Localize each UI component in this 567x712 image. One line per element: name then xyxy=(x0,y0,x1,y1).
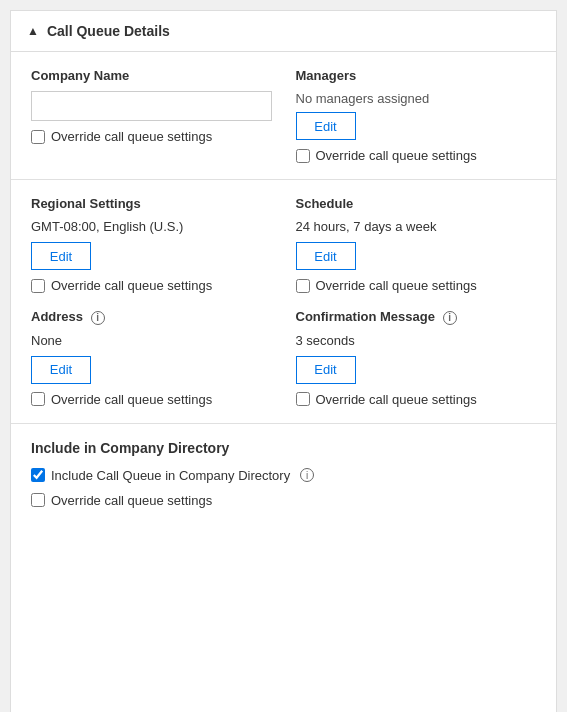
address-edit-button[interactable]: Edit xyxy=(31,356,91,384)
company-name-group: Company Name Override call queue setting… xyxy=(31,68,272,163)
schedule-value: 24 hours, 7 days a week xyxy=(296,219,537,234)
regional-override-row: Override call queue settings xyxy=(31,278,272,293)
company-managers-section: Company Name Override call queue setting… xyxy=(11,52,556,180)
confirmation-edit-button[interactable]: Edit xyxy=(296,356,356,384)
collapse-chevron[interactable]: ▲ xyxy=(27,24,39,38)
managers-override-checkbox[interactable] xyxy=(296,149,310,163)
address-override-label: Override call queue settings xyxy=(51,392,212,407)
address-override-checkbox[interactable] xyxy=(31,392,45,406)
regional-edit-button[interactable]: Edit xyxy=(31,242,91,270)
managers-override-label: Override call queue settings xyxy=(316,148,477,163)
directory-section: Include in Company Directory Include Cal… xyxy=(11,424,556,524)
regional-group: Regional Settings GMT-08:00, English (U.… xyxy=(31,196,272,293)
schedule-group: Schedule 24 hours, 7 days a week Edit Ov… xyxy=(296,196,537,293)
managers-edit-button[interactable]: Edit xyxy=(296,112,356,140)
company-override-label: Override call queue settings xyxy=(51,129,212,144)
directory-include-checkbox[interactable] xyxy=(31,468,45,482)
confirmation-group: Confirmation Message i 3 seconds Edit Ov… xyxy=(296,309,537,407)
directory-override-row: Override call queue settings xyxy=(31,493,536,508)
schedule-label: Schedule xyxy=(296,196,537,211)
address-override-row: Override call queue settings xyxy=(31,392,272,407)
regional-override-label: Override call queue settings xyxy=(51,278,212,293)
directory-override-checkbox[interactable] xyxy=(31,493,45,507)
schedule-override-row: Override call queue settings xyxy=(296,278,537,293)
managers-override-row: Override call queue settings xyxy=(296,148,537,163)
regional-value: GMT-08:00, English (U.S.) xyxy=(31,219,272,234)
directory-title: Include in Company Directory xyxy=(31,440,536,456)
no-managers-text: No managers assigned xyxy=(296,91,537,106)
address-group: Address i None Edit Override call queue … xyxy=(31,309,272,407)
company-override-row: Override call queue settings xyxy=(31,129,272,144)
confirmation-info-icon: i xyxy=(443,311,457,325)
confirmation-override-label: Override call queue settings xyxy=(316,392,477,407)
company-name-input[interactable] xyxy=(31,91,272,121)
directory-include-row: Include Call Queue in Company Directory … xyxy=(31,468,536,483)
managers-label: Managers xyxy=(296,68,537,83)
confirmation-label: Confirmation Message i xyxy=(296,309,537,325)
schedule-override-label: Override call queue settings xyxy=(316,278,477,293)
confirmation-override-row: Override call queue settings xyxy=(296,392,537,407)
address-value: None xyxy=(31,333,272,348)
regional-label: Regional Settings xyxy=(31,196,272,211)
card-header: ▲ Call Queue Details xyxy=(11,11,556,52)
directory-info-icon: i xyxy=(300,468,314,482)
directory-override-label: Override call queue settings xyxy=(51,493,212,508)
company-name-label: Company Name xyxy=(31,68,272,83)
managers-group: Managers No managers assigned Edit Overr… xyxy=(296,68,537,163)
confirmation-value: 3 seconds xyxy=(296,333,537,348)
schedule-edit-button[interactable]: Edit xyxy=(296,242,356,270)
directory-include-label: Include Call Queue in Company Directory xyxy=(51,468,290,483)
call-queue-card: ▲ Call Queue Details Company Name Overri… xyxy=(10,10,557,712)
address-info-icon: i xyxy=(91,311,105,325)
confirmation-override-checkbox[interactable] xyxy=(296,392,310,406)
regional-override-checkbox[interactable] xyxy=(31,279,45,293)
settings-section: Regional Settings GMT-08:00, English (U.… xyxy=(11,180,556,424)
schedule-override-checkbox[interactable] xyxy=(296,279,310,293)
address-label: Address i xyxy=(31,309,272,325)
card-title: Call Queue Details xyxy=(47,23,170,39)
company-override-checkbox[interactable] xyxy=(31,130,45,144)
